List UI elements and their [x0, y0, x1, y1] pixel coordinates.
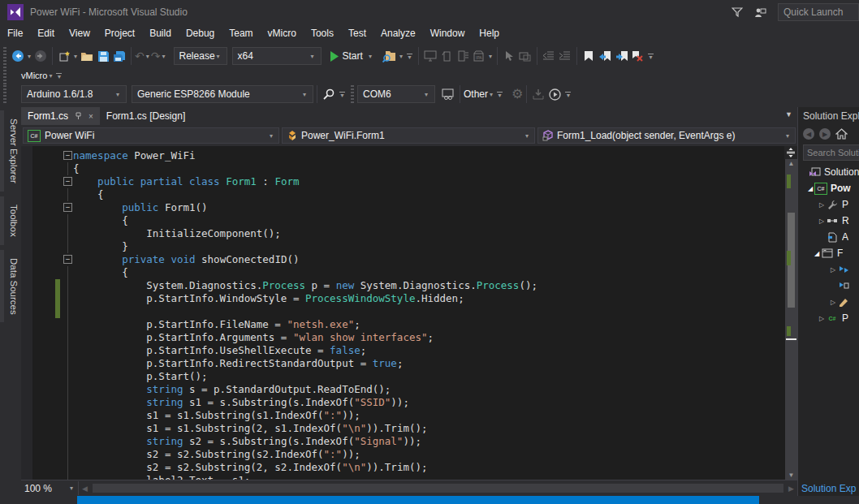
code-line[interactable]: s1 = s1.Substring(2, s1.IndexOf("\n")).T…: [21, 422, 784, 435]
tree-item-p[interactable]: ▷P: [798, 196, 859, 213]
tree-item[interactable]: [798, 278, 859, 294]
feedback-filter-icon[interactable]: [732, 7, 743, 18]
collapse-arrow-icon[interactable]: ◢: [806, 185, 814, 192]
side-tab-toolbox[interactable]: Toolbox: [0, 196, 21, 245]
code-line[interactable]: s2 = s2.Substring(2, s2.IndexOf("\n")).T…: [21, 461, 784, 474]
menu-item-team[interactable]: Team: [222, 24, 260, 42]
collapse-arrow-icon[interactable]: ◢: [813, 250, 821, 257]
next-bookmark-button[interactable]: [613, 47, 629, 65]
menu-item-vmicro[interactable]: vMicro: [261, 24, 304, 42]
board-search-button[interactable]: [321, 85, 337, 103]
new-project-dropdown[interactable]: ▾: [72, 53, 79, 60]
tree-item-a[interactable]: A: [798, 229, 859, 245]
code-line[interactable]: InitializeComponent();: [21, 227, 784, 240]
tab-form1-cs[interactable]: Form1.cs×: [21, 107, 100, 125]
board-select[interactable]: Generic ESP8266 Module▾: [132, 85, 313, 103]
side-tab-server-explorer[interactable]: Server Explorer: [0, 110, 21, 192]
close-tab-icon[interactable]: ×: [88, 112, 93, 121]
se-back-button[interactable]: ◀: [803, 128, 814, 140]
other-menu[interactable]: Other: [464, 88, 488, 100]
package-ipa-button[interactable]: IPA: [471, 47, 487, 65]
code-line[interactable]: {: [21, 162, 784, 175]
code-line[interactable]: string s1 = s.Substring(s.IndexOf("SSID"…: [21, 396, 784, 409]
outline-collapse-box[interactable]: −: [63, 149, 73, 162]
board-overflow-button[interactable]: ▼: [339, 92, 345, 97]
bookmark-overflow-button[interactable]: ▼: [648, 54, 654, 59]
editor-zoom-select[interactable]: 100 %▾: [21, 481, 79, 495]
open-file-button[interactable]: [79, 47, 95, 65]
save-button[interactable]: [95, 47, 111, 65]
solution-platform-select[interactable]: x64▾: [232, 47, 322, 65]
outline-collapse-box[interactable]: −: [63, 175, 73, 188]
scroll-up-arrow[interactable]: ▲: [785, 160, 797, 167]
toolbar-grip[interactable]: [351, 85, 354, 103]
upload-button[interactable]: [530, 85, 546, 103]
vmicro2-overflow-button[interactable]: ▼: [565, 92, 571, 97]
navbar-project-select[interactable]: C# Power WiFi▾: [23, 127, 279, 144]
vertical-scrollbar[interactable]: ▲ ▼: [785, 159, 797, 480]
solution-configuration-select[interactable]: Release▾: [174, 47, 227, 65]
redo-button[interactable]: ↷: [151, 50, 161, 62]
code-line[interactable]: string s2 = s.Substring(s.IndexOf("Signa…: [21, 435, 784, 448]
menu-item-build[interactable]: Build: [142, 24, 179, 42]
code-line[interactable]: [21, 305, 784, 318]
find-in-files-button[interactable]: [382, 47, 398, 65]
select-element-button[interactable]: [501, 47, 517, 65]
vmicro-overflow-button[interactable]: ▼: [56, 73, 62, 79]
navbar-member-select[interactable]: Form1_Load(object sender, EventArgs e)▾: [537, 127, 796, 144]
outline-collapse-box[interactable]: −: [63, 201, 73, 214]
device-list-button[interactable]: [455, 47, 471, 65]
decrease-indent-button[interactable]: [541, 47, 557, 65]
save-all-button[interactable]: [111, 47, 127, 65]
ide-version-select[interactable]: Arduino 1.6/1.8▾: [21, 85, 127, 103]
tree-item-pow[interactable]: ◢C#Pow: [798, 180, 859, 196]
editor-splitter-handle[interactable]: [784, 146, 797, 159]
solution-explorer-search-input[interactable]: Search Soluti: [803, 144, 859, 161]
package-dropdown[interactable]: ▾: [487, 53, 494, 60]
tree-item[interactable]: ▷: [798, 261, 859, 278]
expand-arrow-icon[interactable]: ▷: [818, 315, 826, 322]
pin-tab-icon[interactable]: [75, 112, 82, 120]
code-line[interactable]: − public partial class Form1 : Form: [21, 175, 784, 188]
code-line[interactable]: −namespace Power_WiFi: [21, 149, 784, 162]
find-dropdown[interactable]: ▾: [398, 53, 404, 60]
code-line[interactable]: s1 = s1.Substring(s1.IndexOf(":"));: [21, 409, 784, 422]
code-line[interactable]: − private void showConectedID(): [21, 253, 784, 266]
toolbar-overflow-button[interactable]: ▼: [407, 54, 412, 59]
tab-form1-cs-design[interactable]: Form1.cs [Design]: [100, 107, 192, 125]
code-line[interactable]: p.StartInfo.RedirectStandardOutput = tru…: [21, 357, 784, 370]
other-overflow-button[interactable]: ▼: [497, 92, 503, 97]
code-line[interactable]: {: [21, 214, 784, 227]
expand-arrow-icon[interactable]: ▷: [818, 201, 826, 209]
outline-collapse-box[interactable]: −: [63, 253, 73, 266]
device-rotate-button[interactable]: [438, 47, 455, 65]
code-line[interactable]: − public Form1(): [21, 201, 784, 214]
menu-item-window[interactable]: Window: [423, 24, 473, 42]
code-line[interactable]: System.Diagnostics.Process p = new Syste…: [21, 279, 784, 292]
new-project-button[interactable]: [56, 47, 72, 65]
code-line[interactable]: p.StartInfo.Arguments = "wlan show inter…: [21, 331, 784, 344]
scroll-left-arrow[interactable]: ◀: [79, 485, 91, 493]
scroll-right-arrow[interactable]: ▶: [785, 485, 797, 493]
code-line[interactable]: string s = p.StandardOutput.ReadToEnd();: [21, 383, 784, 396]
undo-dropdown[interactable]: ▾: [145, 53, 151, 60]
se-home-button[interactable]: [835, 128, 848, 140]
tree-item-f[interactable]: ◢F: [798, 245, 859, 261]
code-line[interactable]: }: [21, 240, 784, 253]
clear-bookmarks-button[interactable]: [629, 47, 645, 65]
solution-explorer-bottom-tab[interactable]: Solution Exp: [798, 481, 859, 496]
code-line[interactable]: {: [21, 188, 784, 201]
scroll-down-arrow[interactable]: ▼: [785, 472, 797, 479]
menu-item-test[interactable]: Test: [341, 24, 373, 42]
vmicro-menu-dropdown[interactable]: ▾: [47, 72, 54, 80]
menu-item-project[interactable]: Project: [97, 24, 142, 42]
navigate-backward-button[interactable]: [10, 47, 26, 65]
serial-monitor-button[interactable]: [440, 85, 456, 103]
code-line[interactable]: p.StartInfo.UseShellExecute = false;: [21, 344, 784, 357]
menu-item-debug[interactable]: Debug: [179, 24, 222, 42]
code-line[interactable]: p.StartInfo.WindowStyle = ProcessWindowS…: [21, 292, 784, 305]
build-upload-button[interactable]: [546, 85, 563, 103]
settings-gear-icon[interactable]: ⚙: [512, 88, 523, 101]
menu-item-view[interactable]: View: [62, 24, 97, 42]
port-select[interactable]: COM6▾: [357, 85, 435, 103]
